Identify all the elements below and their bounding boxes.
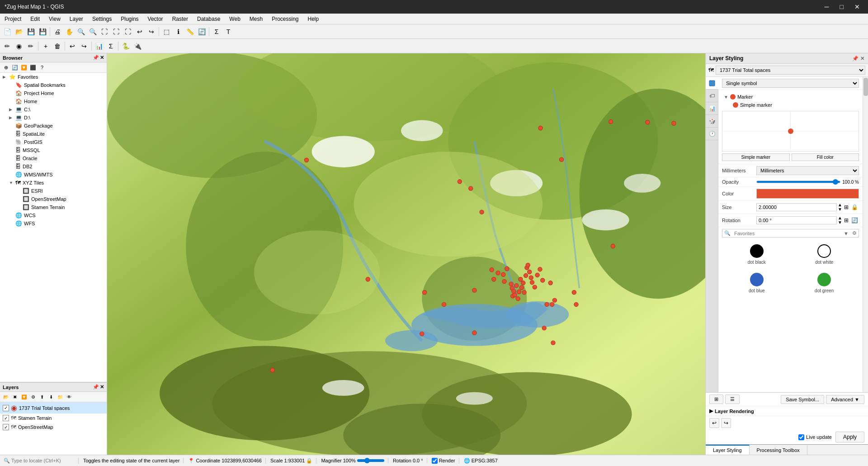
favorites-search-input[interactable]: [732, 230, 842, 237]
browser-item-db2[interactable]: 🗄 DB2: [0, 162, 107, 171]
browser-item-stamen-terrain[interactable]: 🔲 Stamen Terrain: [0, 203, 107, 211]
menu-database[interactable]: Database: [193, 15, 225, 23]
styling-close-button[interactable]: ✕: [860, 56, 864, 62]
tab-layer-styling[interactable]: Layer Styling: [706, 445, 750, 455]
layers-filter-layer-button[interactable]: ⚙: [29, 393, 37, 401]
save-project-button[interactable]: 💾: [25, 26, 36, 37]
edit-node-button[interactable]: ◉: [14, 41, 24, 52]
browser-item-wcs[interactable]: 🌐 WCS: [0, 211, 107, 219]
favorites-arrow-button[interactable]: ▼: [842, 230, 850, 237]
zoom-next-button[interactable]: ↪: [146, 26, 157, 37]
menu-edit[interactable]: Edit: [26, 15, 44, 23]
layers-filter-button[interactable]: 🔽: [20, 393, 28, 401]
browser-item-mssql[interactable]: 🗄 MSSQL: [0, 146, 107, 154]
browser-item-geopackage[interactable]: 📦 GeoPackage: [0, 122, 107, 130]
renderer-select[interactable]: Single symbol: [722, 79, 859, 88]
print-layout-button[interactable]: 🖨: [52, 26, 63, 37]
opacity-slider[interactable]: [756, 181, 840, 183]
style-tab-history[interactable]: 🕐: [706, 128, 718, 140]
browser-item-d-drive[interactable]: ▶ 💻 D:\: [0, 114, 107, 122]
menu-vector[interactable]: Vector: [143, 15, 168, 23]
size-expression-button[interactable]: ⊞: [843, 204, 849, 210]
menu-layer[interactable]: Layer: [65, 15, 88, 23]
favorites-action-button[interactable]: ⚙: [850, 229, 859, 237]
layer-item-stamen[interactable]: ✓ 🗺 Stamen Terrain: [0, 414, 107, 423]
menu-plugins[interactable]: Plugins: [116, 15, 143, 23]
symbol-tree-marker[interactable]: ▼ Marker: [722, 93, 859, 101]
add-feature-button[interactable]: +: [40, 41, 51, 52]
browser-item-openstreetmap[interactable]: 🔲 OpenStreetMap: [0, 195, 107, 203]
scroll-thumb[interactable]: [863, 78, 868, 96]
browser-pin-button[interactable]: 📌: [93, 55, 99, 61]
browser-item-favorites[interactable]: ▶ ⭐ Favorites: [0, 73, 107, 81]
browser-add-button[interactable]: ⊕: [2, 63, 10, 71]
layers-remove-button[interactable]: ✖: [11, 393, 19, 401]
style-tab-properties[interactable]: [706, 77, 718, 90]
menu-view[interactable]: View: [44, 15, 65, 23]
delete-feature-button[interactable]: 🗑: [52, 41, 63, 52]
menu-project[interactable]: Project: [0, 15, 26, 23]
collapse-arrow[interactable]: ▶: [709, 408, 713, 414]
zoom-previous-button[interactable]: ↩: [134, 26, 145, 37]
simple-marker-button[interactable]: Simple marker: [722, 153, 790, 161]
open-project-button[interactable]: 📂: [14, 26, 24, 37]
layer-check-stamen[interactable]: ✓: [3, 415, 9, 421]
rotation-input[interactable]: [756, 216, 837, 224]
layers-open-button[interactable]: 📂: [2, 393, 10, 401]
layers-group-button[interactable]: 📁: [56, 393, 64, 401]
live-update-checkbox[interactable]: [798, 434, 804, 440]
digitize-button[interactable]: ✏: [2, 41, 13, 52]
size-lock-button[interactable]: 🔒: [850, 204, 859, 210]
render-checkbox[interactable]: [432, 458, 438, 464]
unit-select[interactable]: Millimeters: [756, 166, 859, 175]
statistics-button[interactable]: Σ: [211, 26, 222, 37]
layer-check-trial[interactable]: ✓: [3, 405, 9, 411]
layers-pin-button[interactable]: 📌: [93, 384, 99, 390]
color-picker-bar[interactable]: [756, 189, 859, 199]
zoom-layer-button[interactable]: ⛶: [111, 26, 122, 37]
map-area[interactable]: [107, 53, 705, 455]
size-input[interactable]: [756, 203, 837, 211]
select-feature-button[interactable]: ⬚: [161, 26, 172, 37]
layer-item-trial[interactable]: ✓ ◉ 1737 Trial Total spaces: [0, 402, 107, 414]
plugin-button[interactable]: 🔌: [132, 41, 143, 52]
zoom-in-button[interactable]: 🔍: [75, 26, 86, 37]
measure-button[interactable]: 📏: [184, 26, 195, 37]
size-down-arrow[interactable]: ▼: [838, 207, 842, 212]
rotation-down-arrow[interactable]: ▼: [838, 220, 842, 225]
label-button[interactable]: T: [223, 26, 234, 37]
browser-item-wfs[interactable]: 🌐 WFS: [0, 219, 107, 228]
zoom-selection-button[interactable]: ⛶: [123, 26, 133, 37]
browser-filter-button[interactable]: 🔽: [20, 63, 28, 71]
fill-color-button[interactable]: Fill color: [792, 153, 859, 161]
browser-refresh-button[interactable]: 🔄: [11, 63, 19, 71]
browser-item-c-drive[interactable]: ▶ 💻 C:\: [0, 105, 107, 114]
field-calculator-button[interactable]: Σ: [105, 41, 116, 52]
browser-collapse-button[interactable]: ⬛: [29, 63, 37, 71]
styling-pin-button[interactable]: 📌: [852, 56, 859, 62]
layers-visibility-button[interactable]: 👁: [65, 393, 73, 401]
undo-style-button[interactable]: ↩: [709, 418, 719, 428]
style-tab-diagrams[interactable]: 📊: [706, 102, 718, 115]
layer-item-osm[interactable]: ✓ 🗺 OpenStreetMap: [0, 423, 107, 432]
redo-button[interactable]: ↪: [79, 41, 90, 52]
menu-settings[interactable]: Settings: [88, 15, 116, 23]
rotation-lock-button[interactable]: 🔄: [850, 217, 859, 223]
advanced-button[interactable]: Advanced ▼: [826, 395, 864, 404]
layers-up-button[interactable]: ⬆: [38, 393, 46, 401]
browser-item-esri[interactable]: 🔲 ESRI: [0, 187, 107, 195]
rotation-expression-button[interactable]: ⊞: [843, 217, 849, 223]
new-project-button[interactable]: 📄: [2, 26, 13, 37]
browser-help-button[interactable]: ?: [38, 63, 46, 71]
browser-close-button[interactable]: ✕: [100, 55, 104, 61]
layers-down-button[interactable]: ⬇: [47, 393, 55, 401]
browser-item-oracle[interactable]: 🗄 Oracle: [0, 154, 107, 162]
toggle-edit-button[interactable]: ✏: [25, 41, 36, 52]
browser-item-home[interactable]: 🏠 Home: [0, 97, 107, 105]
tab-processing-toolbox[interactable]: Processing Toolbox: [750, 445, 807, 455]
python-console-button[interactable]: 🐍: [120, 41, 131, 52]
menu-help[interactable]: Help: [303, 15, 324, 23]
close-button[interactable]: ✕: [851, 2, 863, 11]
symbol-cell-dot-blue[interactable]: dot blue: [724, 270, 790, 296]
menu-mesh[interactable]: Mesh: [245, 15, 267, 23]
